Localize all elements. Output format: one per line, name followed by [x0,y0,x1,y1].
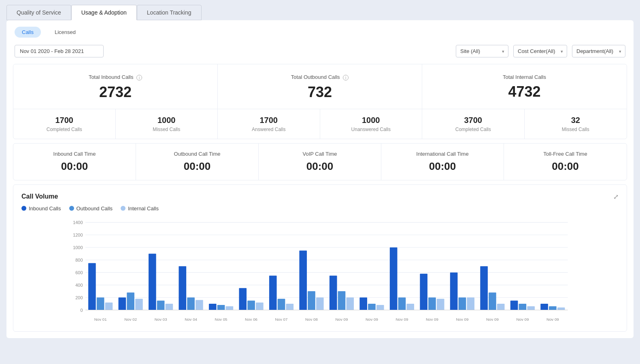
svg-rect-48 [330,275,337,310]
svg-rect-57 [398,297,406,310]
internal-value: 4732 [430,83,619,100]
svg-rect-20 [119,297,126,310]
svg-rect-32 [209,304,217,310]
svg-rect-33 [217,305,225,310]
legend-outbound-dot [69,206,74,211]
svg-rect-50 [346,297,354,310]
svg-rect-77 [549,306,557,310]
cost-center-dropdown-wrapper: Cost Center(All) [513,45,567,57]
main-content-card: Calls Licensed Site (All) Cost Center(Al… [6,20,634,338]
stats-section: Total Inbound Calls i 2732 Total Outboun… [13,64,627,139]
total-outbound-card: Total Outbound Calls i 732 [218,64,422,109]
svg-text:1200: 1200 [73,233,83,237]
svg-text:400: 400 [75,282,83,287]
outbound-info-icon[interactable]: i [343,75,349,80]
svg-rect-37 [247,301,255,310]
tab-usage[interactable]: Usage & Adoption [71,5,137,20]
svg-text:Nov 07: Nov 07 [275,317,288,321]
svg-rect-18 [105,302,113,310]
internal-label: Total Internal Calls [430,74,619,80]
svg-rect-28 [179,266,186,310]
toll-free-call-time: Toll-Free Call Time 00:00 [504,144,627,180]
chart-section: Call Volume ⤢ Inbound Calls Outbound Cal… [13,184,627,332]
svg-text:Nov 03: Nov 03 [155,317,167,321]
svg-rect-68 [480,266,488,310]
svg-rect-56 [390,247,398,310]
svg-rect-38 [256,302,264,310]
svg-rect-29 [187,297,195,310]
page-wrapper: Quality of Service Usage & Adoption Loca… [0,0,640,364]
svg-text:Nov 09: Nov 09 [456,317,468,321]
svg-rect-74 [527,306,535,310]
svg-rect-66 [467,297,474,310]
inbound-label: Total Inbound Calls i [21,74,209,80]
department-dropdown[interactable]: Department(All) [572,45,625,57]
svg-rect-78 [557,307,565,310]
svg-text:1400: 1400 [73,220,83,225]
svg-text:Nov 09: Nov 09 [366,317,378,321]
sub-tab-calls[interactable]: Calls [15,27,41,38]
cost-center-dropdown[interactable]: Cost Center(All) [513,45,567,57]
svg-rect-76 [540,304,548,310]
chart-title: Call Volume [21,193,58,200]
svg-text:Nov 09: Nov 09 [426,317,438,321]
legend-internal-label: Internal Calls [128,205,159,212]
internal-completed: 3700 Completed Calls [422,109,525,139]
svg-rect-22 [135,298,143,310]
total-inbound-card: Total Inbound Calls i 2732 [13,64,218,109]
svg-rect-54 [376,305,384,310]
svg-text:Nov 09: Nov 09 [546,317,559,321]
site-dropdown[interactable]: Site (All) [456,45,508,57]
svg-text:800: 800 [75,258,83,262]
department-dropdown-wrapper: Department(All) [572,45,625,57]
sub-tab-licensed[interactable]: Licensed [47,27,83,38]
svg-rect-36 [239,288,247,310]
svg-text:Nov 08: Nov 08 [305,317,318,321]
svg-rect-62 [437,298,444,310]
svg-text:600: 600 [75,270,83,275]
svg-rect-17 [97,297,104,310]
legend-inbound-dot [21,206,26,211]
svg-rect-64 [450,272,458,310]
tab-quality[interactable]: Quality of Service [6,5,71,20]
voip-call-time: VoIP Call Time 00:00 [259,144,381,180]
svg-rect-26 [166,304,173,310]
site-dropdown-wrapper: Site (All) [456,45,508,57]
legend-outbound-label: Outbound Calls [77,205,113,212]
svg-rect-53 [368,304,376,310]
svg-rect-25 [157,301,165,310]
svg-rect-46 [316,297,324,310]
total-internal-card: Total Internal Calls 4732 [422,64,627,109]
sub-tab-bar: Calls Licensed [6,20,634,41]
svg-rect-16 [88,263,96,310]
svg-text:Nov 09: Nov 09 [516,317,529,321]
svg-text:Nov 09: Nov 09 [486,317,499,321]
svg-rect-73 [519,304,527,310]
svg-text:Nov 09: Nov 09 [395,317,408,321]
date-range-input[interactable] [15,45,104,57]
svg-rect-58 [406,304,414,310]
svg-text:0: 0 [80,307,83,312]
expand-icon[interactable]: ⤢ [613,193,619,201]
outbound-unanswered: 1000 Unanswered Calls [320,109,423,139]
call-time-section: Inbound Call Time 00:00 Outbound Call Ti… [13,143,627,180]
outbound-value: 732 [226,84,414,101]
svg-text:200: 200 [75,295,83,300]
svg-rect-65 [459,297,466,310]
international-call-time: International Call Time 00:00 [381,144,504,180]
legend-inbound: Inbound Calls [21,205,61,212]
inbound-info-icon[interactable]: i [136,75,142,80]
svg-rect-60 [420,273,427,310]
tab-location[interactable]: Location Tracking [137,5,202,20]
top-tab-bar: Quality of Service Usage & Adoption Loca… [6,5,634,20]
legend-inbound-label: Inbound Calls [29,205,61,212]
svg-text:Nov 02: Nov 02 [124,317,137,321]
outbound-label: Total Outbound Calls i [226,74,414,80]
bar-chart: 0200400600800100012001400Nov 01Nov 02Nov… [21,218,619,323]
svg-text:Nov 09: Nov 09 [336,317,348,321]
internal-missed: 32 Missed Calls [525,109,627,139]
svg-rect-40 [269,275,277,310]
svg-rect-34 [226,306,234,310]
svg-rect-49 [338,291,346,310]
svg-rect-21 [127,292,134,310]
